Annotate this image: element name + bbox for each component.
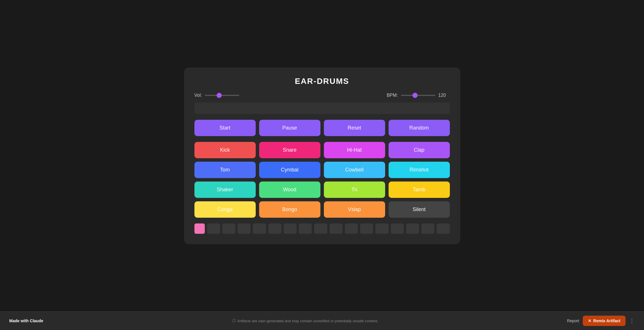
seq-beat-10[interactable] xyxy=(345,223,358,234)
seq-beat-7[interactable] xyxy=(299,223,312,234)
bpm-value: 120 xyxy=(438,93,450,98)
seq-beat-8[interactable] xyxy=(314,223,327,234)
sequencer-row xyxy=(194,223,450,234)
reset-button[interactable]: Reset xyxy=(324,120,385,136)
conga-button[interactable]: Conga xyxy=(194,201,256,218)
seq-beat-13[interactable] xyxy=(391,223,404,234)
tamb-button[interactable]: Tamb xyxy=(389,182,450,198)
footer: Made with Claude ⓘ Artifacts are user-ge… xyxy=(0,311,644,330)
rimshot-button[interactable]: Rimshot xyxy=(389,162,450,178)
hihat-button[interactable]: Hi-Hat xyxy=(324,142,385,158)
seq-beat-15[interactable] xyxy=(421,223,434,234)
silent-button[interactable]: Silent xyxy=(389,201,450,218)
shaker-button[interactable]: Shaker xyxy=(194,182,256,198)
transport-grid: StartPauseResetRandom xyxy=(194,120,450,136)
info-icon: ⓘ xyxy=(232,318,236,323)
pause-button[interactable]: Pause xyxy=(259,120,320,136)
seq-active-indicator xyxy=(194,223,205,234)
cowbell-button[interactable]: Cowbell xyxy=(324,162,385,178)
app-title: EAR-DRUMS xyxy=(194,77,450,86)
footer-right: Report ✕ Remix Artifact ⋮ xyxy=(567,316,635,326)
more-button[interactable]: ⋮ xyxy=(629,317,635,324)
visualizer-bar xyxy=(194,103,450,114)
bpm-control-group: BPM: 120 xyxy=(387,93,450,98)
remix-button[interactable]: ✕ Remix Artifact xyxy=(583,316,626,326)
seq-beat-11[interactable] xyxy=(360,223,373,234)
remix-icon: ✕ xyxy=(588,319,591,323)
seq-beat-3[interactable] xyxy=(238,223,251,234)
clap-button[interactable]: Clap xyxy=(389,142,450,158)
cymbal-button[interactable]: Cymbal xyxy=(259,162,320,178)
vslap-button[interactable]: Vslap xyxy=(324,201,385,218)
tom-button[interactable]: Tom xyxy=(194,162,256,178)
seq-beat-4[interactable] xyxy=(253,223,266,234)
seq-beat-12[interactable] xyxy=(375,223,388,234)
seq-beat-1[interactable] xyxy=(207,223,220,234)
seq-beat-2[interactable] xyxy=(222,223,235,234)
snare-button[interactable]: Snare xyxy=(259,142,320,158)
app-container: EAR-DRUMS Vol: BPM: 120 StartPauseResetR… xyxy=(184,67,460,244)
kick-button[interactable]: Kick xyxy=(194,142,256,158)
instrument-grid: KickSnareHi-HatClapTomCymbalCowbellRimsh… xyxy=(194,142,450,218)
random-button[interactable]: Random xyxy=(389,120,450,136)
seq-beat-14[interactable] xyxy=(406,223,419,234)
start-button[interactable]: Start xyxy=(194,120,256,136)
bongo-button[interactable]: Bongo xyxy=(259,201,320,218)
wood-button[interactable]: Wood xyxy=(259,182,320,198)
vol-control-group: Vol: xyxy=(194,93,240,98)
bpm-slider[interactable] xyxy=(401,95,435,96)
seq-beat-5[interactable] xyxy=(268,223,281,234)
seq-beat-16[interactable] xyxy=(437,223,450,234)
controls-row: Vol: BPM: 120 xyxy=(194,93,450,98)
bpm-label: BPM: xyxy=(387,93,398,98)
report-button[interactable]: Report xyxy=(567,319,579,323)
vol-slider[interactable] xyxy=(205,95,239,96)
made-with-text: Made with Claude xyxy=(9,319,43,323)
seq-beat-6[interactable] xyxy=(284,223,297,234)
main-area: EAR-DRUMS Vol: BPM: 120 StartPauseResetR… xyxy=(0,0,644,311)
tri-button[interactable]: Tri xyxy=(324,182,385,198)
seq-beat-9[interactable] xyxy=(330,223,343,234)
vol-label: Vol: xyxy=(194,93,202,98)
footer-notice: ⓘ Artifacts are user-generated and may c… xyxy=(232,318,378,323)
